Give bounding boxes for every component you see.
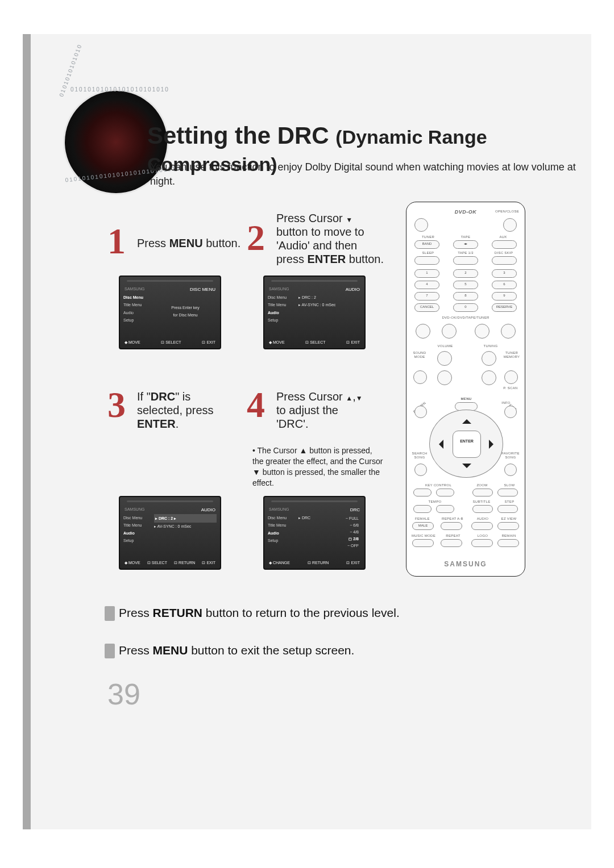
power-button[interactable] <box>414 218 428 232</box>
female-male-button[interactable]: MALE <box>412 522 434 530</box>
remote-control: DVD-OK OPEN/CLOSE TUNER TAPE AUX BAND ◂▸… <box>406 202 525 577</box>
key-2[interactable]: 2 <box>453 269 478 278</box>
info-button[interactable] <box>504 406 517 418</box>
key-1[interactable]: 1 <box>414 269 439 278</box>
key-8[interactable]: 8 <box>453 292 478 301</box>
reserve-button[interactable]: RESERVE <box>492 303 517 312</box>
tuner-memory-button[interactable] <box>504 370 518 384</box>
subtitle-button[interactable] <box>472 505 493 513</box>
page-number: 39 <box>107 677 140 711</box>
favorite-song-button[interactable] <box>504 464 517 476</box>
ezview-button[interactable] <box>497 522 519 530</box>
play-pause-button[interactable] <box>475 324 489 339</box>
sound-mode-button[interactable] <box>413 370 427 384</box>
sleep-button[interactable] <box>414 256 439 265</box>
screen-disc-menu: SAMSUNG DISC MENU Disc Menu Title Menu A… <box>119 276 221 349</box>
screen-drc-selected: SAMSUNG AUDIO Disc Menu Title Menu Audio… <box>119 496 221 570</box>
tip-return: Press RETURN button to return to the pre… <box>119 606 400 620</box>
tape12-button[interactable] <box>453 256 478 265</box>
tape-direction-button[interactable]: ◂▸ <box>453 240 478 249</box>
step-3-text: If "DRC" is selected, press ENTER. <box>137 390 214 431</box>
drc-scale: − FULL − 6/8 − 4/8 ◻ 2/8 − OFF <box>346 515 359 549</box>
dpad-down[interactable] <box>462 464 471 473</box>
tempo-minus-button[interactable] <box>413 505 432 513</box>
open-close-label: OPEN/CLOSE <box>495 210 519 213</box>
cursor-down-icon <box>346 212 352 224</box>
search-song-button[interactable] <box>414 464 427 476</box>
key-5[interactable]: 5 <box>453 281 478 289</box>
intro-text: You can use this function to enjoy Dolby… <box>150 160 591 189</box>
cancel-button[interactable]: CANCEL <box>414 303 439 312</box>
step-4-note: • The Cursor ▲ button is pressed, the gr… <box>252 445 383 489</box>
zoom-button[interactable] <box>472 489 493 496</box>
cursor-down-icon <box>356 390 363 403</box>
screen-drc-adjust: SAMSUNG DRC Disc Menu Title Menu Audio S… <box>263 496 366 570</box>
key-3[interactable]: 3 <box>492 269 517 278</box>
aux-button[interactable] <box>492 240 517 249</box>
step-number: 2 <box>247 217 265 259</box>
transport-section-label: DVD-OK/DVD/TAPE/TUNER <box>418 316 513 319</box>
key-6[interactable]: 6 <box>492 281 517 289</box>
tuner-band-button[interactable]: BAND <box>414 240 439 249</box>
tip-marker <box>105 606 115 621</box>
remain-button[interactable] <box>497 539 519 547</box>
repeat-ab-button[interactable] <box>441 522 462 530</box>
step-4-text: Press Cursor , to adjust the 'DRC'. <box>276 390 363 431</box>
logo-button[interactable] <box>471 539 493 547</box>
return-button[interactable] <box>414 406 427 418</box>
dpad-left[interactable] <box>434 440 443 449</box>
step-number: 1 <box>107 220 126 262</box>
cursor-up-icon <box>346 390 352 403</box>
key-9[interactable]: 9 <box>492 292 517 301</box>
binary-deco: 01010101010101010101010 <box>70 86 169 93</box>
disc-skip-button[interactable] <box>492 256 517 265</box>
next-button[interactable] <box>501 324 516 339</box>
key-7[interactable]: 7 <box>414 292 439 301</box>
key-0[interactable]: 0 <box>453 303 478 312</box>
repeat-button[interactable] <box>441 539 462 547</box>
tip-marker <box>105 644 115 658</box>
tempo-plus-button[interactable] <box>436 505 454 513</box>
stop-button[interactable] <box>442 324 457 339</box>
music-mode-button[interactable] <box>412 539 434 547</box>
dpad-up[interactable] <box>462 415 471 424</box>
dpad-right[interactable] <box>489 440 498 449</box>
vol-up-button[interactable] <box>437 351 452 366</box>
tune-down-button[interactable] <box>482 370 496 385</box>
key-flat-button[interactable] <box>413 489 432 496</box>
manual-page: 01010101010101010101010 0101010101010101… <box>23 34 591 829</box>
step-2-text: Press Cursor button to move to 'Audio' a… <box>276 211 384 266</box>
open-close-button[interactable] <box>503 218 517 232</box>
tip-menu: Press MENU button to exit the setup scre… <box>119 644 354 657</box>
step-number: 4 <box>247 384 265 426</box>
step-1-text: Press MENU button. <box>137 236 240 250</box>
audio-button[interactable] <box>471 522 493 530</box>
samsung-logo: SAMSUNG <box>406 560 525 568</box>
step-button[interactable] <box>497 505 518 513</box>
tune-up-button[interactable] <box>482 351 496 366</box>
enter-button[interactable]: ENTER <box>453 431 481 458</box>
key-sharp-button[interactable] <box>436 489 454 496</box>
slow-button[interactable] <box>497 489 518 496</box>
key-4[interactable]: 4 <box>414 281 439 289</box>
screen-audio: SAMSUNG AUDIO Disc Menu Title Menu Audio… <box>263 276 366 349</box>
prev-button[interactable] <box>416 324 430 339</box>
dpad: ENTER <box>429 410 503 478</box>
vol-down-button[interactable] <box>437 370 452 385</box>
step-number: 3 <box>107 384 126 426</box>
title-main: Setting the DRC <box>147 122 329 149</box>
